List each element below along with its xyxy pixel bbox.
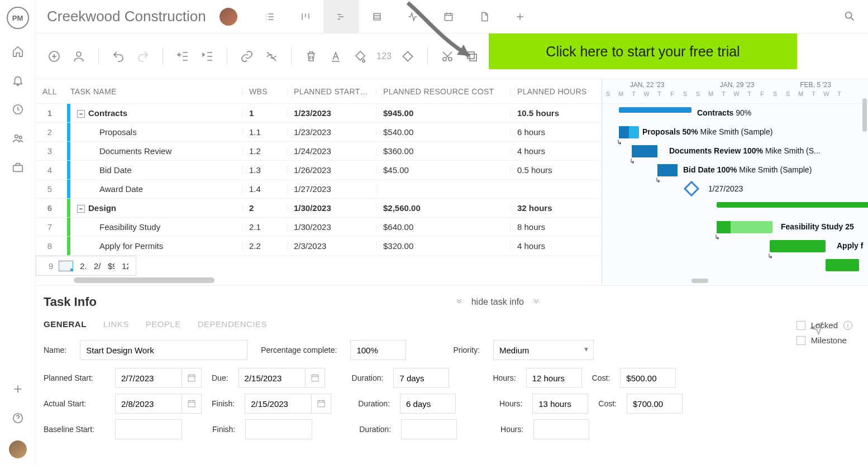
text-color-icon[interactable]: [327, 48, 344, 65]
view-board[interactable]: [288, 0, 323, 33]
gantt-milestone[interactable]: [684, 181, 699, 196]
cal-actual-start[interactable]: [182, 394, 202, 414]
col-planned-start[interactable]: PLANNED START ...: [287, 87, 376, 96]
gantt-bar[interactable]: [619, 107, 691, 113]
gantt-bar[interactable]: [619, 126, 639, 138]
cell-name[interactable]: −Design: [70, 203, 242, 213]
redo-icon[interactable]: [135, 48, 151, 65]
add-task-icon[interactable]: [46, 48, 63, 65]
table-row[interactable]: 4Bid Date1.31/26/2023$45.000.5 hours: [36, 161, 602, 180]
input-cost-a[interactable]: [627, 394, 683, 414]
gantt-bar[interactable]: [717, 221, 772, 233]
input-duration-a[interactable]: [400, 394, 456, 414]
view-gantt[interactable]: [323, 0, 359, 33]
view-list[interactable]: [252, 0, 288, 33]
input-pct[interactable]: [350, 340, 406, 360]
view-calendar[interactable]: [431, 0, 466, 33]
table-row[interactable]: 9Start Design Work2.32/7/2023$960.0012 h…: [36, 256, 136, 276]
gantt-bar[interactable]: [657, 164, 678, 176]
select-priority[interactable]: Medium: [493, 340, 594, 360]
pm-logo[interactable]: PM: [7, 7, 29, 29]
col-planned-cost[interactable]: PLANNED RESOURCE COST: [376, 87, 511, 96]
input-baseline-finish[interactable]: [245, 419, 312, 439]
cell-name[interactable]: Apply for Permits: [70, 241, 242, 251]
milestone-icon[interactable]: [399, 48, 416, 65]
help-icon[interactable]: [11, 411, 25, 425]
input-duration-b[interactable]: [401, 419, 457, 439]
delete-icon[interactable]: [303, 48, 319, 65]
cell-name[interactable]: Documents Review: [70, 146, 242, 156]
notifications-icon[interactable]: [11, 74, 25, 87]
input-planned-start[interactable]: [115, 368, 182, 388]
col-all[interactable]: ALL: [36, 87, 64, 96]
gantt-hscroll[interactable]: [691, 279, 708, 283]
input-baseline-start[interactable]: [115, 419, 182, 439]
gantt-bar[interactable]: [770, 240, 826, 252]
add-icon[interactable]: [11, 382, 25, 396]
gantt-vscroll[interactable]: [862, 98, 867, 132]
cell-name[interactable]: −Contracts: [70, 108, 242, 118]
history-icon[interactable]: [11, 103, 25, 116]
col-planned-hours[interactable]: PLANNED HOURS: [511, 87, 600, 96]
cta-banner[interactable]: Click here to start your free trial: [489, 33, 797, 69]
collapse-icon[interactable]: −: [77, 110, 85, 118]
input-hours-p[interactable]: [526, 368, 582, 388]
copy-icon[interactable]: [464, 48, 480, 65]
cell-name[interactable]: Feasibility Study: [70, 222, 242, 232]
briefcase-icon[interactable]: [11, 161, 25, 174]
view-sheet[interactable]: [359, 0, 395, 33]
assign-icon[interactable]: [70, 48, 87, 65]
cell-name[interactable]: Bid Date: [70, 165, 242, 175]
view-activity[interactable]: [395, 0, 431, 33]
input-hours-b[interactable]: [533, 419, 589, 439]
link-icon[interactable]: [239, 48, 255, 65]
tab-dependencies[interactable]: DEPENDENCIES: [198, 319, 267, 329]
home-icon[interactable]: [11, 45, 25, 58]
team-icon[interactable]: [11, 132, 25, 145]
flag-milestone[interactable]: Milestone: [797, 335, 852, 345]
project-avatar[interactable]: [220, 8, 237, 26]
gantt-bar[interactable]: [632, 145, 657, 157]
input-cost-p[interactable]: [620, 368, 676, 388]
table-hscroll[interactable]: [74, 277, 214, 283]
indent-icon[interactable]: [199, 48, 216, 65]
table-row[interactable]: 5Award Date1.41/27/2023: [36, 180, 602, 199]
table-row[interactable]: 7Feasibility Study2.11/30/2023$640.008 h…: [36, 218, 602, 237]
view-add[interactable]: [502, 0, 538, 33]
gantt-bar[interactable]: [717, 202, 868, 208]
table-row[interactable]: 6−Design21/30/2023$2,560.0032 hours: [36, 199, 602, 218]
tab-links[interactable]: LINKS: [103, 319, 129, 329]
cal-planned-start[interactable]: [182, 368, 202, 388]
col-wbs[interactable]: WBS: [242, 87, 287, 96]
table-row[interactable]: 3Documents Review1.21/24/2023$360.004 ho…: [36, 142, 602, 161]
search-icon[interactable]: [843, 10, 857, 23]
table-row[interactable]: 2Proposals1.11/23/2023$540.006 hours: [36, 123, 602, 142]
fill-color-icon[interactable]: [352, 48, 369, 65]
tab-people[interactable]: PEOPLE: [146, 319, 181, 329]
table-row[interactable]: 1−Contracts11/23/2023$945.0010.5 hours: [36, 104, 602, 123]
table-row[interactable]: 8Apply for Permits2.22/3/2023$320.004 ho…: [36, 237, 602, 256]
cell-name[interactable]: Proposals: [70, 127, 242, 137]
gantt-bar[interactable]: [826, 259, 859, 271]
input-finish[interactable]: [245, 394, 312, 414]
input-name[interactable]: [80, 340, 247, 360]
tab-general[interactable]: GENERAL: [44, 319, 87, 329]
collapse-icon[interactable]: −: [77, 205, 85, 213]
cal-finish[interactable]: [311, 394, 331, 414]
cell-name[interactable]: Start Design Work: [59, 261, 73, 271]
input-due[interactable]: [239, 368, 306, 388]
input-actual-start[interactable]: [115, 394, 182, 414]
view-file[interactable]: [466, 0, 502, 33]
input-hours-a[interactable]: [532, 394, 588, 414]
input-duration-p[interactable]: [393, 368, 449, 388]
col-task-name[interactable]: TASK NAME: [64, 87, 242, 96]
undo-icon[interactable]: [110, 48, 127, 65]
cut-icon[interactable]: [439, 48, 456, 65]
user-avatar[interactable]: [9, 440, 27, 458]
flag-locked[interactable]: Lockedi: [797, 320, 852, 330]
unlink-icon[interactable]: [263, 48, 280, 65]
info-icon[interactable]: i: [843, 321, 852, 330]
outdent-icon[interactable]: [174, 48, 191, 65]
cell-name[interactable]: Award Date: [70, 184, 242, 194]
cal-due[interactable]: [305, 368, 325, 388]
